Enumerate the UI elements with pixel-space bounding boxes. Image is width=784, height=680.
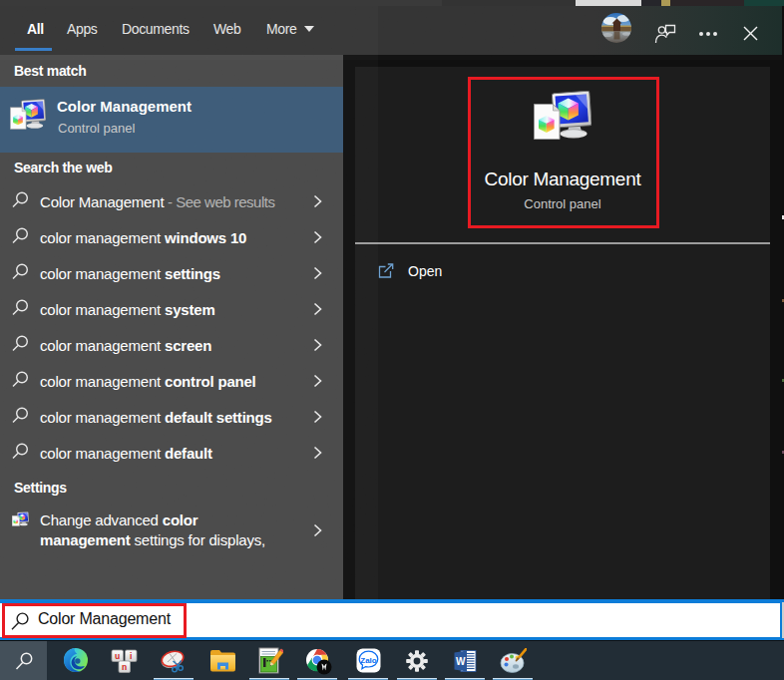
svg-text:n: n	[122, 662, 127, 672]
svg-text:W: W	[456, 656, 466, 667]
svg-text:Zalo: Zalo	[360, 656, 377, 665]
svg-text:i: i	[130, 651, 132, 661]
svg-text:u: u	[115, 651, 120, 661]
